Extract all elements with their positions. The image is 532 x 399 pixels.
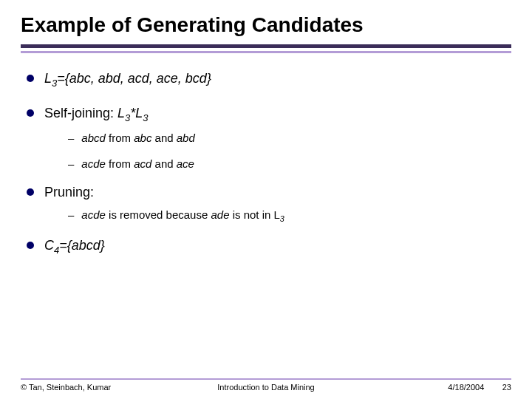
b2-star: *L — [130, 106, 143, 120]
b3-text: Pruning: — [44, 183, 94, 201]
s2-em2: acd — [134, 157, 151, 170]
s3-mid: is removed because — [106, 208, 211, 221]
s1-em2: abc — [134, 132, 151, 144]
s3-rest: is not in L — [229, 208, 279, 221]
slide-footer: © Tan, Steinbach, Kumar Introduction to … — [0, 378, 532, 392]
bullet-3: Pruning: — [27, 183, 511, 201]
bullet-2: Self-joining: L3*L3 — [27, 104, 511, 124]
slide-title: Example of Generating Candidates — [21, 13, 511, 37]
bullet-dot-icon — [27, 109, 34, 117]
b4-C: C — [44, 238, 54, 253]
bullet-dot-icon — [27, 188, 34, 196]
footer-copyright: © Tan, Steinbach, Kumar — [21, 383, 184, 392]
slide-body: L3={abc, abd, acd, ace, bcd} Self-joinin… — [21, 56, 511, 257]
s2-and: and — [151, 157, 176, 170]
s2-em: acde — [81, 157, 106, 170]
s3-em2: ade — [211, 208, 229, 221]
b2-L: L — [117, 106, 125, 120]
dash-icon: – — [68, 208, 74, 221]
b1-L: L — [44, 71, 52, 86]
s1-rest: from — [106, 132, 134, 144]
footer-rule — [21, 378, 511, 380]
sub-1: – abcd from abc and abd — [68, 132, 511, 144]
s2-rest: from — [106, 157, 134, 170]
dash-icon: – — [68, 157, 74, 170]
bullet-dot-icon — [27, 242, 34, 249]
footer-title: Introduction to Data Mining — [184, 383, 347, 392]
s3-em: acde — [81, 208, 106, 221]
s1-and: and — [151, 132, 176, 144]
bullet-1: L3={abc, abd, acd, ace, bcd} — [27, 69, 511, 89]
b2-prefix: Self-joining: — [44, 106, 117, 120]
s3-sub: 3 — [280, 214, 284, 223]
sub-3: – acde is removed because ade is not in … — [68, 208, 511, 223]
b2-sub2: 3 — [143, 112, 148, 123]
bullet-4: C4={abcd} — [27, 236, 511, 256]
title-rule-dark — [21, 44, 511, 48]
b1-rest: ={abc, abd, acd, ace, bcd} — [57, 71, 211, 86]
sub-2: – acde from acd and ace — [68, 157, 511, 170]
footer-date: 4/18/2004 — [448, 383, 484, 392]
bullet-dot-icon — [27, 75, 34, 82]
b4-rest: ={abcd} — [59, 238, 105, 253]
s1-em3: abd — [177, 132, 195, 144]
s2-em3: ace — [177, 157, 194, 170]
dash-icon: – — [68, 132, 74, 144]
s1-em: abcd — [81, 132, 106, 144]
title-rule-light — [21, 51, 511, 53]
footer-page: 23 — [502, 383, 511, 392]
